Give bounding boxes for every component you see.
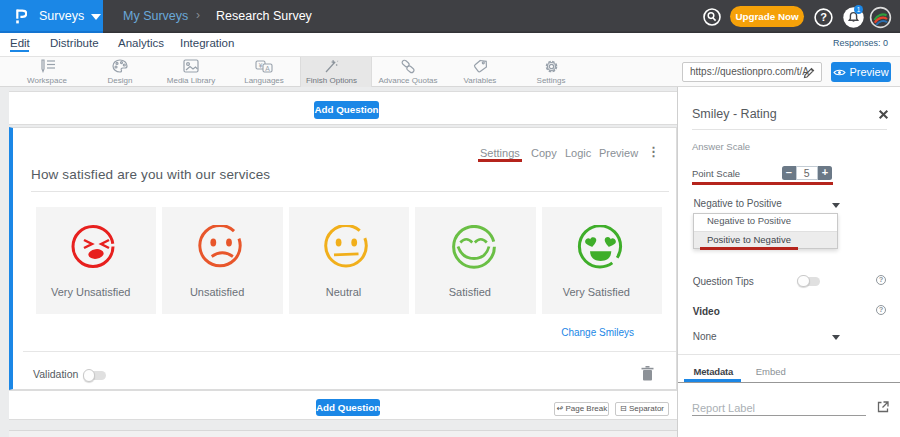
- svg-text:?: ?: [820, 11, 827, 23]
- svg-text:A: A: [265, 65, 270, 72]
- svg-text:1: 1: [857, 6, 861, 13]
- svg-text:¥: ¥: [259, 62, 263, 69]
